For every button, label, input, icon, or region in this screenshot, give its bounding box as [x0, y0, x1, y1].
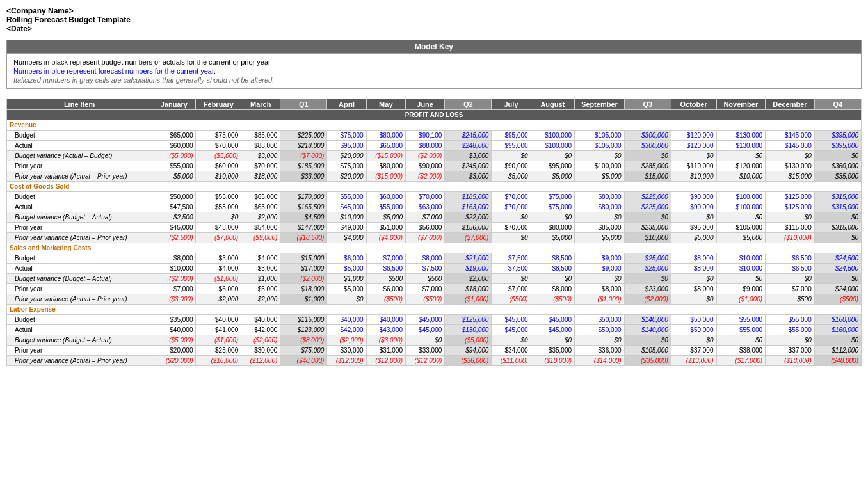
rev-act-q1: $218,000	[280, 141, 327, 151]
rev-pyv-q2: $3,000	[445, 171, 492, 182]
rev-bud-jul: $95,000	[492, 131, 531, 141]
rev-py-apr: $75,000	[327, 161, 366, 171]
rev-bud-feb: $75,000	[196, 131, 241, 141]
rev-pyv-sep: $5,000	[575, 171, 625, 182]
labor-actual-row: Actual $40,000 $41,000 $42,000 $123,000 …	[7, 325, 862, 335]
rev-pyv-may: ($15,000)	[366, 171, 405, 182]
rev-bv-q3: $0	[624, 151, 671, 161]
rev-bv-dec: $0	[766, 151, 815, 161]
rev-bv-jul: $0	[492, 151, 531, 161]
cogs-budget-row: Budget $50,000 $55,000 $65,000 $170,000 …	[7, 192, 862, 202]
revenue-prior-year-row: Prior year $55,000 $60,000 $70,000 $185,…	[7, 161, 862, 171]
cogs-section-row: Cost of Goods Sold	[7, 182, 862, 192]
rev-act-jan: $60,000	[152, 141, 196, 151]
rev-act-oct: $120,000	[671, 141, 716, 151]
rev-py-q4: $360,000	[814, 161, 861, 171]
col-jul: July	[492, 99, 531, 110]
rev-act-dec: $145,000	[766, 141, 815, 151]
rev-bv-q4: $0	[814, 151, 861, 161]
rev-act-q4: $395,000	[814, 141, 861, 151]
rev-pyv-oct: $10,000	[671, 171, 716, 182]
sales-section-row: Sales and Marketing Costs	[7, 243, 862, 253]
col-q4: Q4	[814, 99, 861, 110]
rev-py-q2: $245,000	[445, 161, 492, 171]
rev-pyv-jan: $5,000	[152, 171, 196, 182]
rev-act-apr: $95,000	[327, 141, 366, 151]
model-key-line1: Numbers in black represent budget number…	[13, 58, 855, 66]
rev-bud-may: $80,000	[366, 131, 405, 141]
rev-py-aug: $95,000	[531, 161, 574, 171]
labor-bv-row: Budget variance (Budget – Actual) ($5,00…	[7, 335, 862, 346]
sales-bv-row: Budget variance (Budget – Actual) ($2,00…	[7, 274, 862, 284]
col-q3: Q3	[624, 99, 671, 110]
page-header: <Company Name> Rolling Forecast Budget T…	[6, 6, 862, 33]
rev-bv-oct: $0	[671, 151, 716, 161]
rev-bv-mar: $3,000	[241, 151, 280, 161]
rev-bud-jan: $65,000	[152, 131, 196, 141]
rev-py-feb: $60,000	[196, 161, 241, 171]
revenue-budget-variance-row: Budget variance (Actual – Budget) ($5,00…	[7, 151, 862, 161]
rev-bv-feb: ($5,000)	[196, 151, 241, 161]
col-apr: April	[327, 99, 366, 110]
rev-bud-q3: $300,000	[624, 131, 671, 141]
rev-bv-q2: $3,000	[445, 151, 492, 161]
profit-loss-row: PROFIT AND LOSS	[7, 110, 862, 120]
col-dec: December	[766, 99, 815, 110]
rev-pyv-nov: $10,000	[716, 171, 766, 182]
rev-bud-q4: $395,000	[814, 131, 861, 141]
col-aug: August	[531, 99, 574, 110]
rev-pyv-jul: $5,000	[492, 171, 531, 182]
rev-bud-jun: $90,100	[405, 131, 444, 141]
rev-py-oct: $110,000	[671, 161, 716, 171]
rev-py-may: $80,000	[366, 161, 405, 171]
rev-bv-may: ($15,000)	[366, 151, 405, 161]
column-header-row: Line Item January February March Q1 Apri…	[7, 99, 862, 110]
col-q1: Q1	[280, 99, 327, 110]
labor-section-row: Labor Expense	[7, 305, 862, 315]
rev-bv-jan: ($5,000)	[152, 151, 196, 161]
revenue-section-row: Revenue	[7, 120, 862, 131]
rev-pyv-mar: $18,000	[241, 171, 280, 182]
rev-bv-sep: $0	[575, 151, 625, 161]
sales-label: Sales and Marketing Costs	[7, 243, 862, 253]
rev-py-q3: $285,000	[624, 161, 671, 171]
sales-pyv-row: Prior year variance (Actual – Prior year…	[7, 294, 862, 305]
labor-budget-row: Budget $35,000 $40,000 $40,000 $115,000 …	[7, 315, 862, 325]
cogs-bud-label: Budget	[7, 192, 152, 202]
rev-act-aug: $100,000	[531, 141, 574, 151]
col-sep: September	[575, 99, 625, 110]
model-key-body: Numbers in black represent budget number…	[7, 53, 861, 88]
revenue-prior-year-variance-row: Prior year variance (Actual – Prior year…	[7, 171, 862, 182]
rev-py-jan: $55,000	[152, 161, 196, 171]
cogs-act-label: Actual	[7, 202, 152, 212]
sales-py-row: Prior year $7,000 $6,000 $5,000 $18,000 …	[7, 284, 862, 294]
rev-act-q2: $248,000	[445, 141, 492, 151]
rev-act-may: $65,000	[366, 141, 405, 151]
rev-act-feb: $70,000	[196, 141, 241, 151]
revenue-actual-label: Actual	[7, 141, 152, 151]
rev-bud-mar: $85,000	[241, 131, 280, 141]
rev-py-jun: $90,000	[405, 161, 444, 171]
col-lineitem: Line Item	[7, 99, 152, 110]
rev-bud-sep: $105,000	[575, 131, 625, 141]
sales-actual-row: Actual $10,000 $4,000 $3,000 $17,000 $5,…	[7, 264, 862, 274]
revenue-py-label: Prior year	[7, 161, 152, 171]
rev-py-q1: $185,000	[280, 161, 327, 171]
sales-budget-row: Budget $8,000 $3,000 $4,000 $15,000 $6,0…	[7, 253, 862, 264]
revenue-budget-row: Budget $65,000 $75,000 $85,000 $225,000 …	[7, 131, 862, 141]
revenue-budget-label: Budget	[7, 131, 152, 141]
rev-bud-aug: $100,000	[531, 131, 574, 141]
rev-act-jul: $95,000	[492, 141, 531, 151]
rev-py-nov: $120,000	[716, 161, 766, 171]
template-title: Rolling Forecast Budget Template	[6, 15, 862, 24]
col-may: May	[366, 99, 405, 110]
rev-py-jul: $90,000	[492, 161, 531, 171]
rev-bv-aug: $0	[531, 151, 574, 161]
labor-py-row: Prior year $20,000 $25,000 $30,000 $75,0…	[7, 346, 862, 356]
rev-py-mar: $70,000	[241, 161, 280, 171]
col-feb: February	[196, 99, 241, 110]
rev-pyv-jun: ($2,000)	[405, 171, 444, 182]
rev-py-dec: $130,000	[766, 161, 815, 171]
model-key-box: Model Key Numbers in black represent bud…	[6, 40, 862, 89]
model-key-line3: Italicized numbers in gray cells are cal…	[13, 76, 855, 84]
